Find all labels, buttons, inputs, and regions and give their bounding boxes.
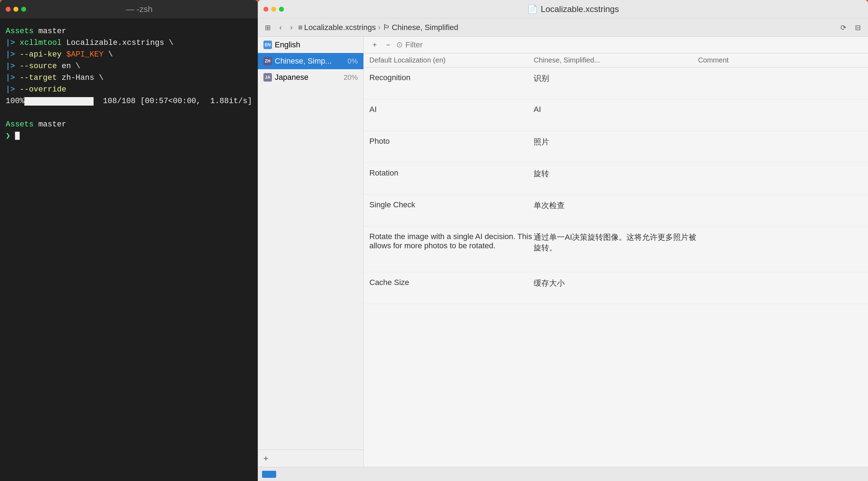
- xcode-content: EN English ZH Chinese, Simp... 0% JA Jap…: [258, 37, 868, 467]
- table-row[interactable]: Recognition 识别: [364, 67, 868, 99]
- xcode-bottom-bar: [258, 467, 868, 481]
- table-row[interactable]: Rotation 旋转: [364, 163, 868, 195]
- cell-zh-recognition: 识别: [534, 73, 698, 84]
- cmd-target-val: zh-Hans \: [57, 72, 103, 84]
- bottom-progress-indicator: [262, 471, 276, 478]
- filter-bar: + − ⊙: [364, 37, 868, 53]
- xcode-title: 📄 Localizable.xcstrings: [284, 4, 862, 14]
- xcode-close-button[interactable]: [263, 7, 268, 12]
- xcode-maximize-button[interactable]: [279, 7, 284, 12]
- table-body: Recognition 识别 AI AI Photo 照片 Rotation 旋…: [364, 67, 868, 467]
- cell-zh-cache-size: 缓存大小: [534, 278, 698, 289]
- main-table-area: + − ⊙ Default Localization (en) Chinese,…: [364, 37, 868, 467]
- terminal-body: Assets master |> xcllmtool Localizable.x…: [0, 18, 258, 481]
- sidebar-item-english[interactable]: EN English: [258, 37, 363, 53]
- table-row[interactable]: AI AI: [364, 99, 868, 131]
- japanese-label: Japanese: [275, 73, 308, 82]
- xcode-traffic-lights: [263, 7, 284, 12]
- cmd-xcstrings: Localizable.xcstrings \: [61, 37, 173, 49]
- cell-en-cache-size: Cache Size: [369, 278, 534, 287]
- filter-input[interactable]: [405, 40, 862, 49]
- xcode-window: 📄 Localizable.xcstrings ⊞ ‹ › ≡ Localiza…: [258, 0, 868, 481]
- terminal-line-1: |> xcllmtool Localizable.xcstrings \: [6, 37, 252, 49]
- back-button[interactable]: ‹: [277, 22, 285, 33]
- header-comment: Comment: [698, 56, 862, 64]
- cell-en-rotate-desc: Rotate the image with a single AI decisi…: [369, 232, 534, 250]
- language-sidebar: EN English ZH Chinese, Simp... 0% JA Jap…: [258, 37, 364, 467]
- filter-icon: ⊙: [396, 40, 403, 49]
- terminal-line-progress: 100% 108/108 [00:57<00:00, 1.88it/s]: [6, 95, 252, 107]
- minimize-button[interactable]: [13, 7, 18, 12]
- cell-zh-ai: AI: [534, 105, 698, 114]
- cmd-xcllmtool: xcllmtool: [20, 37, 62, 49]
- grid-view-button[interactable]: ⊞: [262, 22, 274, 33]
- breadcrumb-file-name: Localizable.xcstrings: [304, 23, 376, 32]
- shell-cursor: █: [15, 130, 19, 142]
- add-string-button[interactable]: +: [369, 40, 380, 50]
- chinese-flag-icon: ZH: [263, 57, 272, 65]
- progress-bar: [24, 97, 94, 106]
- assets-label2: Assets: [6, 119, 34, 130]
- progress-info: 108/108 [00:57<00:00, 1.88it/s]: [94, 95, 252, 107]
- table-header: Default Localization (en) Chinese, Simpl…: [364, 53, 868, 67]
- table-row[interactable]: Rotate the image with a single AI decisi…: [364, 226, 868, 272]
- terminal-line-header2: Assets master: [6, 119, 252, 130]
- english-flag-icon: EN: [263, 41, 272, 49]
- split-view-button[interactable]: ⊟: [852, 22, 864, 33]
- xcode-titlebar: 📄 Localizable.xcstrings: [258, 0, 868, 18]
- chinese-label: Chinese, Simp...: [275, 57, 332, 66]
- breadcrumb-item-section: 🏳 Chinese, Simplified: [383, 23, 458, 32]
- master-label2: master: [34, 119, 66, 130]
- breadcrumb-file-icon: ≡: [298, 23, 303, 32]
- cell-zh-photo: 照片: [534, 137, 698, 147]
- assets-label: Assets: [6, 25, 34, 37]
- cell-zh-single-check: 单次检查: [534, 200, 698, 211]
- xcode-minimize-button[interactable]: [271, 7, 276, 12]
- table-row[interactable]: Photo 照片: [364, 131, 868, 163]
- cell-zh-rotation: 旋转: [534, 168, 698, 179]
- cmd-source-flag: --source: [20, 60, 57, 72]
- table-row[interactable]: Cache Size 缓存大小: [364, 272, 868, 304]
- xcode-file-icon: 📄: [527, 4, 538, 14]
- prompt-arrow-4: |>: [6, 72, 20, 84]
- maximize-button[interactable]: [21, 7, 26, 12]
- terminal-line-2: |> --api-key $API_KEY \: [6, 49, 252, 60]
- sidebar-item-chinese-simplified[interactable]: ZH Chinese, Simp... 0%: [258, 53, 363, 69]
- english-label: English: [275, 40, 300, 49]
- japanese-flag-icon: JA: [263, 73, 272, 82]
- sidebar-item-japanese[interactable]: JA Japanese 20%: [258, 69, 363, 85]
- terminal-blank: [6, 107, 252, 119]
- terminal-titlebar: — -zsh: [0, 0, 258, 18]
- xcode-toolbar: ⊞ ‹ › ≡ Localizable.xcstrings › 🏳 Chines…: [258, 18, 868, 37]
- prompt-arrow-3: |>: [6, 60, 20, 72]
- add-language-button[interactable]: +: [258, 450, 363, 467]
- cell-en-ai: AI: [369, 105, 534, 114]
- cell-en-rotation: Rotation: [369, 168, 534, 178]
- cmd-source-val: en \: [57, 60, 80, 72]
- header-zh: Chinese, Simplified...: [534, 56, 698, 64]
- cmd-api-key-bs: \: [103, 49, 113, 60]
- terminal-window: — -zsh Assets master |> xcllmtool Locali…: [0, 0, 258, 481]
- progress-pct: 100%: [6, 95, 24, 107]
- cmd-api-key-val: $API_KEY: [61, 49, 103, 60]
- right-toolbar: ⟳ ⊟: [838, 22, 864, 33]
- terminal-line-header: Assets master: [6, 25, 252, 37]
- terminal-line-shell: ❯ █: [6, 130, 252, 142]
- cell-en-recognition: Recognition: [369, 73, 534, 82]
- prompt-arrow-5: |>: [6, 84, 20, 95]
- forward-button[interactable]: ›: [287, 22, 296, 33]
- add-icon: +: [263, 453, 268, 463]
- prompt-arrow-2: |>: [6, 49, 20, 60]
- breadcrumb: ≡ Localizable.xcstrings › 🏳 Chinese, Sim…: [298, 23, 835, 32]
- breadcrumb-separator: ›: [378, 23, 380, 32]
- prompt-arrow-1: |>: [6, 37, 20, 49]
- table-row[interactable]: Single Check 单次检查: [364, 195, 868, 226]
- remove-string-button[interactable]: −: [383, 40, 393, 50]
- cell-en-single-check: Single Check: [369, 200, 534, 209]
- refresh-button[interactable]: ⟳: [838, 22, 849, 33]
- chinese-percent: 0%: [347, 57, 358, 65]
- terminal-traffic-lights: [6, 7, 26, 12]
- terminal-title: — -zsh: [26, 4, 252, 14]
- close-button[interactable]: [6, 7, 11, 12]
- breadcrumb-item-file: ≡ Localizable.xcstrings: [298, 23, 376, 32]
